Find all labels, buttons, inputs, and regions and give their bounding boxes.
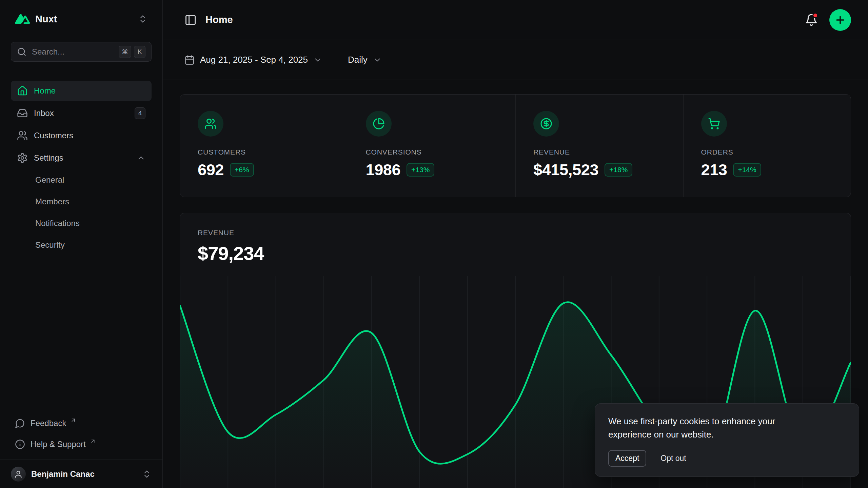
chevron-up-icon xyxy=(137,154,145,162)
sidebar-item-label: Inbox xyxy=(34,108,54,118)
user-menu[interactable]: Benjamin Canac xyxy=(0,460,162,488)
avatar xyxy=(11,467,26,482)
inbox-icon xyxy=(17,108,28,119)
stat-delta-badge: +18% xyxy=(605,163,632,177)
sidebar-item-settings[interactable]: Settings xyxy=(11,148,152,168)
panel-left-icon xyxy=(184,14,197,26)
sidebar-item-general[interactable]: General xyxy=(11,170,152,190)
period-select[interactable]: Daily xyxy=(348,55,382,65)
revenue-chart-label: REVENUE xyxy=(198,229,833,237)
sidebar-item-home[interactable]: Home xyxy=(11,81,152,101)
sidebar-footer: Feedback Help & Support xyxy=(11,413,152,460)
message-circle-icon xyxy=(15,418,25,428)
stat-label: REVENUE xyxy=(533,148,666,156)
users-icon xyxy=(198,111,223,137)
external-link-icon xyxy=(70,417,76,423)
stat-delta-badge: +14% xyxy=(733,163,761,177)
page-title: Home xyxy=(205,14,233,25)
accept-cookies-button[interactable]: Accept xyxy=(608,450,646,467)
sidebar-nav: Home Inbox 4 Customers Settings xyxy=(11,81,152,255)
info-circle-icon xyxy=(15,439,25,449)
cookie-message: We use first-party cookies to enhance yo… xyxy=(608,415,805,441)
search-placeholder: Search... xyxy=(32,47,113,57)
notifications-button[interactable] xyxy=(805,14,818,26)
chevron-down-icon xyxy=(313,56,322,64)
filters-toolbar: Aug 21, 2025 - Sep 4, 2025 Daily xyxy=(163,40,868,80)
search-icon xyxy=(17,47,26,57)
circle-dollar-icon xyxy=(533,111,559,137)
sidebar-item-label: Home xyxy=(34,86,56,96)
external-link-icon xyxy=(90,438,96,444)
stat-delta-badge: +13% xyxy=(407,163,434,177)
help-support-link[interactable]: Help & Support xyxy=(11,434,152,455)
sidebar-item-inbox[interactable]: Inbox 4 xyxy=(11,103,152,123)
users-icon xyxy=(17,130,28,141)
workspace-switcher[interactable]: Nuxt xyxy=(11,7,152,30)
pie-chart-icon xyxy=(366,111,392,137)
house-icon xyxy=(17,85,28,96)
revenue-chart-header: REVENUE $79,234 xyxy=(180,213,851,264)
settings-subnav: General Members Notifications Security xyxy=(11,170,152,255)
stat-cell-conversions[interactable]: CONVERSIONS 1986 +13% xyxy=(348,95,516,197)
sidebar-item-notifications[interactable]: Notifications xyxy=(11,214,152,233)
stat-label: ORDERS xyxy=(701,148,833,156)
stat-value: $415,523 xyxy=(533,160,598,179)
stats-card: CUSTOMERS 692 +6% CONVERSIONS 1986 +13% xyxy=(180,94,851,197)
page-header: Home xyxy=(163,0,868,40)
stat-value: 692 xyxy=(198,160,224,179)
cookie-consent-toast: We use first-party cookies to enhance yo… xyxy=(595,403,859,477)
user-name: Benjamin Canac xyxy=(31,469,137,479)
period-value: Daily xyxy=(348,55,368,65)
header-actions xyxy=(805,9,851,31)
stat-label: CUSTOMERS xyxy=(198,148,330,156)
sidebar: Nuxt Search... ⌘ K Home xyxy=(0,0,163,488)
kbd-k: K xyxy=(134,46,145,58)
cart-icon xyxy=(701,111,727,137)
sidebar-item-members[interactable]: Members xyxy=(11,192,152,211)
sidebar-item-label: Customers xyxy=(34,131,73,140)
sidebar-item-customers[interactable]: Customers xyxy=(11,125,152,146)
stat-cell-customers[interactable]: CUSTOMERS 692 +6% xyxy=(180,95,348,197)
cookie-actions: Accept Opt out xyxy=(608,450,846,467)
inbox-count-badge: 4 xyxy=(135,107,145,119)
workspace-name: Nuxt xyxy=(35,14,133,25)
stat-value: 213 xyxy=(701,160,727,179)
help-support-label: Help & Support xyxy=(31,440,86,449)
stat-label: CONVERSIONS xyxy=(366,148,498,156)
feedback-label: Feedback xyxy=(31,419,66,428)
chevrons-up-down-icon xyxy=(138,14,147,24)
optout-cookies-button[interactable]: Opt out xyxy=(660,450,686,467)
date-range-value: Aug 21, 2025 - Sep 4, 2025 xyxy=(200,55,308,65)
search-input[interactable]: Search... ⌘ K xyxy=(11,42,152,62)
date-range-picker[interactable]: Aug 21, 2025 - Sep 4, 2025 xyxy=(184,55,322,65)
nuxt-logo-icon xyxy=(15,14,30,24)
gear-icon xyxy=(17,152,28,163)
calendar-icon xyxy=(184,55,195,65)
revenue-chart-total: $79,234 xyxy=(198,242,833,264)
sidebar-toggle-button[interactable] xyxy=(184,14,197,26)
stat-value: 1986 xyxy=(366,160,401,179)
stat-delta-badge: +6% xyxy=(230,163,254,177)
stat-cell-orders[interactable]: ORDERS 213 +14% xyxy=(683,95,851,197)
plus-icon xyxy=(834,14,846,26)
sidebar-item-security[interactable]: Security xyxy=(11,235,152,255)
add-button[interactable] xyxy=(829,9,851,31)
feedback-link[interactable]: Feedback xyxy=(11,413,152,434)
notification-dot xyxy=(812,13,818,18)
kbd-cmd: ⌘ xyxy=(119,46,131,58)
chevrons-up-down-icon xyxy=(142,469,152,479)
chevron-down-icon xyxy=(373,56,382,64)
search-kbd-hints: ⌘ K xyxy=(119,46,145,58)
stat-cell-revenue[interactable]: REVENUE $415,523 +18% xyxy=(515,95,683,197)
sidebar-item-label: Settings xyxy=(34,153,63,163)
